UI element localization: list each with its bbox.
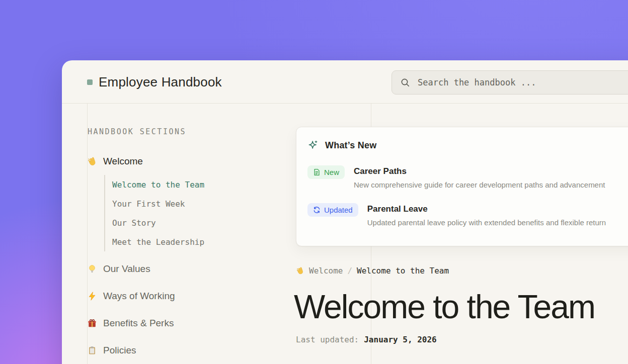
subnav-item-your-first-week[interactable]: Your First Week <box>112 194 204 213</box>
last-updated-label: Last updated: <box>296 335 359 344</box>
app-brand: Employee Handbook <box>87 60 222 104</box>
app-title: Employee Handbook <box>99 74 222 90</box>
lightbulb-icon <box>87 264 97 274</box>
lightning-icon <box>87 291 97 301</box>
sidebar-item-label: Ways of Working <box>103 291 175 302</box>
brand-square-icon <box>87 79 93 85</box>
news-item-career-paths[interactable]: New Career Paths New comprehensive guide… <box>307 165 628 189</box>
search-box[interactable] <box>391 70 628 95</box>
whats-new-title: What’s New <box>325 140 376 151</box>
subnav-item-welcome-to-the-team[interactable]: Welcome to the Team <box>112 175 204 194</box>
handbook-app-window: Employee Handbook HANDBOOK SECTIONS Welc… <box>62 60 628 364</box>
desktop-backdrop: Employee Handbook HANDBOOK SECTIONS Welc… <box>0 0 628 364</box>
subnav-item-meet-the-leadership[interactable]: Meet the Leadership <box>112 232 204 251</box>
sidebar-item-our-values[interactable]: Our Values <box>87 263 150 275</box>
last-updated: Last updated: January 5, 2026 <box>296 335 437 344</box>
news-item-title: Career Paths <box>354 166 605 176</box>
sidebar-item-label: Welcome <box>103 156 143 167</box>
app-header: Employee Handbook <box>62 60 628 104</box>
news-item-title: Parental Leave <box>367 204 606 214</box>
sidebar-item-label: Benefits & Perks <box>103 318 174 329</box>
sidebar-subnav-welcome: Welcome to the Team Your First Week Our … <box>104 175 204 251</box>
sync-icon <box>313 206 321 214</box>
sidebar-item-benefits-perks[interactable]: Benefits & Perks <box>87 318 174 329</box>
breadcrumb: Welcome / Welcome to the Team <box>296 266 449 276</box>
news-item-body: Parental Leave Updated parental leave po… <box>367 203 606 227</box>
news-item-body: Career Paths New comprehensive guide for… <box>354 165 605 189</box>
breadcrumb-current: Welcome to the Team <box>357 266 449 276</box>
sidebar-item-ways-of-working[interactable]: Ways of Working <box>87 291 175 302</box>
sidebar-item-label: Our Values <box>103 263 150 275</box>
sidebar-item-welcome[interactable]: Welcome <box>87 156 143 167</box>
news-item-description: New comprehensive guide for career devel… <box>354 180 605 189</box>
search-input[interactable] <box>417 77 628 88</box>
document-icon <box>313 168 321 176</box>
whats-new-header: What’s New <box>307 140 628 151</box>
news-item-description: Updated parental leave policy with exten… <box>367 218 606 227</box>
badge-label: Updated <box>324 206 353 214</box>
last-updated-value: January 5, 2026 <box>364 335 437 344</box>
sparkle-icon <box>307 140 319 151</box>
wave-icon <box>296 266 304 275</box>
clipboard-icon <box>87 345 97 355</box>
badge-label: New <box>324 168 339 176</box>
sidebar-heading: HANDBOOK SECTIONS <box>88 127 186 136</box>
subnav-item-our-story[interactable]: Our Story <box>112 213 204 232</box>
breadcrumb-separator: / <box>347 266 352 276</box>
wave-icon <box>87 156 97 166</box>
gift-icon <box>87 318 97 328</box>
updated-badge: Updated <box>307 203 358 217</box>
sidebar-item-label: Policies <box>103 345 136 356</box>
page-title: Welcome to the Team <box>294 289 595 324</box>
news-item-parental-leave[interactable]: Updated Parental Leave Updated parental … <box>307 203 628 227</box>
new-badge: New <box>307 165 345 179</box>
breadcrumb-section[interactable]: Welcome <box>309 266 343 276</box>
whats-new-card: What’s New New Career Paths New comprehe… <box>296 127 628 246</box>
sidebar-item-policies[interactable]: Policies <box>87 345 136 356</box>
search-icon <box>401 78 410 87</box>
